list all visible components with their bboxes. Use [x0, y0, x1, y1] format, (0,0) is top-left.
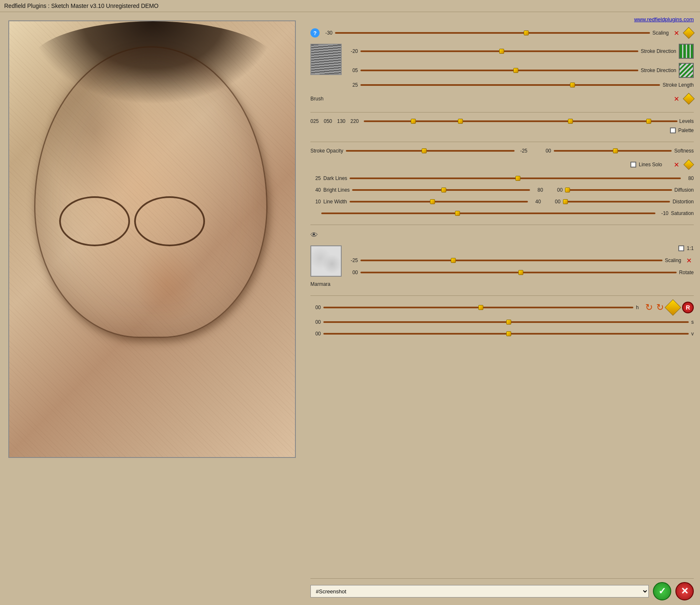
lines-close-icon: ✕	[674, 161, 679, 169]
softness-value: 00	[541, 148, 551, 154]
big-diamond-btn[interactable]	[665, 299, 681, 316]
bright-lines-right-value: 80	[532, 187, 543, 193]
saturation-hsv-label: s	[691, 319, 694, 325]
close-icon: ✕	[674, 29, 679, 37]
lines-diamond-btn[interactable]	[684, 160, 694, 170]
line-width-slider[interactable]	[350, 201, 528, 202]
diffusion-slider[interactable]	[565, 189, 672, 191]
lines-solo-checkbox[interactable]	[630, 162, 636, 168]
bright-lines-label: Bright Lines	[323, 187, 350, 193]
stroke-opacity-thumb[interactable]	[422, 148, 427, 153]
saturation-hsv-slider[interactable]	[323, 321, 689, 323]
scaling-diamond-btn[interactable]	[684, 28, 694, 38]
separator1	[310, 112, 694, 112]
value-label: v	[691, 331, 694, 337]
sketch-canvas[interactable]	[8, 20, 296, 458]
separator2	[310, 142, 694, 142]
scaling-value: -30	[322, 30, 332, 36]
softness-thumb[interactable]	[613, 148, 618, 153]
separator3	[310, 225, 694, 225]
one-to-one-checkbox[interactable]	[678, 245, 684, 251]
reset-btn[interactable]: R	[682, 302, 694, 313]
saturation-row: -10 Saturation	[310, 210, 694, 216]
website-link[interactable]: www.redfieldplugins.com	[310, 16, 694, 22]
undo-btn[interactable]: ↺	[645, 302, 653, 313]
brush-close-icon: ✕	[674, 95, 679, 103]
levels-thumb1[interactable]	[411, 119, 416, 124]
cancel-button[interactable]: ✕	[675, 582, 694, 600]
marmara-scaling-row: -25 Scaling ✕	[348, 255, 694, 265]
stroke-direction1-slider[interactable]	[360, 50, 638, 52]
stroke-direction2-thumb[interactable]	[513, 68, 518, 73]
marmara-close-btn[interactable]: ✕	[684, 255, 694, 265]
stroke-length-label: Stroke Length	[662, 82, 694, 88]
softness-label: Softness	[674, 148, 694, 154]
value-thumb[interactable]	[506, 331, 511, 336]
saturation-hsv-thumb[interactable]	[506, 320, 511, 325]
saturation-thumb[interactable]	[455, 211, 460, 216]
brush-diamond-btn[interactable]	[684, 94, 694, 104]
help-icon[interactable]: ?	[310, 28, 320, 38]
dark-lines-thumb[interactable]	[515, 176, 520, 181]
brush-preview[interactable]	[310, 44, 342, 75]
canvas-area	[0, 12, 304, 605]
levels-v2: 050	[324, 118, 335, 124]
distortion-thumb[interactable]	[563, 199, 568, 204]
bright-lines-slider[interactable]	[352, 189, 530, 191]
line-width-left-value: 10	[310, 199, 321, 205]
distortion-value: 00	[550, 199, 560, 205]
hue-thumb[interactable]	[478, 305, 483, 310]
diagonal-stripes-btn[interactable]	[679, 63, 694, 78]
marmara-scaling-thumb[interactable]	[451, 258, 456, 263]
opacity-softness-row: Stroke Opacity -25 00 Softness	[310, 148, 694, 154]
saturation-slider[interactable]	[321, 212, 655, 214]
scaling-slider[interactable]	[335, 32, 650, 34]
palette-checkbox[interactable]	[670, 128, 676, 133]
stroke-opacity-value: -25	[517, 148, 528, 154]
saturation-hsv-value: 00	[310, 319, 321, 325]
stroke-direction1-thumb[interactable]	[499, 49, 504, 54]
levels-slider[interactable]	[364, 120, 678, 122]
stroke-length-thumb[interactable]	[570, 82, 575, 88]
marmara-close-icon: ✕	[686, 257, 692, 265]
marmara-rotate-slider[interactable]	[360, 272, 677, 273]
stroke-length-slider[interactable]	[360, 84, 660, 86]
bright-lines-thumb[interactable]	[441, 188, 446, 192]
levels-v3: 130	[337, 118, 349, 124]
value-slider[interactable]	[323, 333, 689, 335]
scaling-label: Scaling	[652, 30, 669, 36]
distortion-label: Distortion	[672, 199, 694, 205]
marmara-rotate-thumb[interactable]	[518, 270, 523, 275]
lines-close-btn[interactable]: ✕	[671, 160, 681, 170]
marmara-scaling-slider[interactable]	[360, 260, 662, 261]
eye-icon[interactable]: 👁	[310, 231, 318, 240]
diffusion-thumb[interactable]	[565, 188, 570, 192]
marmara-label: Marmara	[310, 281, 330, 287]
hue-slider[interactable]	[323, 307, 633, 308]
ok-button[interactable]: ✓	[653, 582, 671, 600]
value-value: 00	[310, 331, 321, 337]
levels-thumb3[interactable]	[568, 119, 573, 124]
green-stripes-btn[interactable]	[679, 44, 694, 59]
dark-lines-label: Dark Lines	[323, 175, 347, 181]
distortion-slider[interactable]	[563, 201, 670, 202]
levels-thumb4[interactable]	[646, 119, 651, 124]
scaling-close-btn[interactable]: ✕	[671, 28, 681, 38]
redo-btn[interactable]: ↻	[656, 302, 664, 313]
line-width-thumb[interactable]	[430, 199, 435, 204]
dark-lines-right-value: 80	[683, 175, 694, 181]
one-to-one-row: 1:1	[348, 245, 694, 251]
levels-v1: 025	[310, 118, 322, 124]
sketch-face	[34, 46, 268, 338]
stroke-opacity-slider[interactable]	[346, 150, 515, 152]
stroke-direction1-row: -20 Stroke Direction	[348, 44, 694, 59]
brush-close-btn[interactable]: ✕	[671, 94, 681, 104]
stroke-direction2-slider[interactable]	[360, 70, 638, 71]
softness-slider[interactable]	[554, 150, 672, 152]
scaling-thumb[interactable]	[524, 30, 529, 35]
dark-lines-slider[interactable]	[350, 178, 681, 179]
diamond-icon	[683, 27, 695, 39]
levels-thumb2[interactable]	[458, 119, 463, 124]
marmara-preview[interactable]	[310, 245, 342, 277]
screenshot-dropdown[interactable]: #Screenshot	[310, 585, 649, 598]
